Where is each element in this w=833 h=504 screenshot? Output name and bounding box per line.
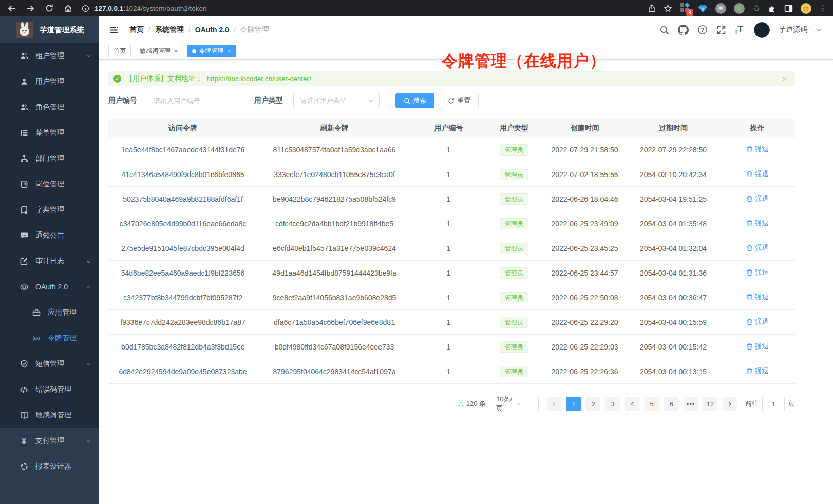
- sidebar-item-2[interactable]: 用户管理: [0, 69, 99, 94]
- share-icon[interactable]: [648, 4, 656, 12]
- users-icon: [19, 52, 29, 60]
- forward-icon[interactable]: [26, 4, 35, 13]
- sidebar-item-14[interactable]: 错误码管理: [0, 377, 99, 402]
- page-button-5[interactable]: 5: [645, 397, 659, 411]
- force-logout-button[interactable]: 强退: [746, 194, 769, 203]
- sidebar-item-13[interactable]: 短信管理: [0, 351, 99, 377]
- force-logout-button[interactable]: 强退: [746, 366, 769, 376]
- page-button-1[interactable]: 1: [566, 397, 581, 411]
- sidebar-item-15[interactable]: 敏感词管理: [0, 402, 99, 428]
- cell-user-type: 管理员: [486, 317, 542, 328]
- sidebar-item-7[interactable]: 字典管理: [0, 197, 99, 223]
- force-logout-button[interactable]: 强退: [746, 169, 769, 179]
- force-logout-button[interactable]: 强退: [746, 342, 769, 351]
- sidebar-item-10[interactable]: OAuth 2.0: [0, 274, 99, 300]
- search-button[interactable]: 搜索: [395, 93, 434, 108]
- cell-refresh-token: 333ecfc71e02480cb11055c875c3ca0f: [257, 170, 411, 179]
- site-info-icon[interactable]: [82, 5, 89, 12]
- close-icon[interactable]: ×: [782, 74, 787, 83]
- github-icon[interactable]: [678, 25, 689, 35]
- breadcrumb-item[interactable]: 系统管理: [155, 25, 184, 34]
- sidebar-item-11[interactable]: 应用管理: [0, 300, 99, 325]
- chevron-down-icon: [86, 53, 91, 59]
- sidebar-item-17[interactable]: 报表设计器: [0, 454, 99, 479]
- force-logout-button[interactable]: 强退: [746, 145, 769, 154]
- breadcrumb-item[interactable]: 首页: [129, 25, 144, 34]
- user-avatar[interactable]: [754, 22, 770, 38]
- home-icon[interactable]: [64, 4, 72, 13]
- sidebar-item-3[interactable]: 角色管理: [0, 94, 99, 120]
- url-path: :1024/system/oauth2/token: [123, 5, 206, 12]
- tab-3[interactable]: 令牌管理×: [187, 45, 237, 57]
- force-logout-button[interactable]: 强退: [746, 219, 769, 228]
- page-button-6[interactable]: 6: [664, 397, 678, 411]
- cell-access-token: 54d6be82ee5a460a9aedc1f9bf223656: [108, 269, 257, 277]
- page-more-button[interactable]: •••: [684, 397, 698, 411]
- sidebar-item-12[interactable]: A令牌管理: [0, 325, 99, 351]
- id-badge-icon: [19, 180, 29, 188]
- browser-menu-icon[interactable]: ⋮: [819, 4, 827, 13]
- force-logout-button[interactable]: 强退: [746, 243, 769, 253]
- sidebar-item-4[interactable]: 菜单管理: [0, 120, 99, 146]
- cell-expire-time: 2054-03-04 01:32:04: [627, 244, 720, 253]
- close-icon[interactable]: ×: [174, 48, 178, 54]
- force-logout-button[interactable]: 强退: [746, 293, 769, 302]
- chat-bubble-icon: [19, 231, 29, 240]
- force-logout-button[interactable]: 强退: [746, 268, 769, 277]
- url-bar[interactable]: 127.0.0.1:1024/system/oauth2/token: [82, 4, 648, 12]
- prev-page-button[interactable]: [547, 397, 561, 411]
- page-button-12[interactable]: 12: [703, 397, 717, 411]
- sidebar-item-9[interactable]: 审计日志: [0, 248, 99, 274]
- doc-link[interactable]: https://doc.iocoder.cn/user-center/: [207, 75, 311, 83]
- search-icon[interactable]: [659, 25, 669, 35]
- user-type-badge: 管理员: [500, 169, 528, 180]
- cell-created-time: 2022-07-29 21:58:50: [542, 146, 627, 154]
- sidebar-item-label: OAuth 2.0: [35, 283, 68, 291]
- breadcrumb-separator: /: [148, 26, 150, 34]
- breadcrumb-item[interactable]: OAuth 2.0: [195, 26, 229, 34]
- fullscreen-icon[interactable]: [716, 25, 726, 35]
- goto-page-input[interactable]: [762, 397, 785, 411]
- back-icon[interactable]: [7, 4, 16, 13]
- reset-button[interactable]: 重置: [440, 93, 479, 108]
- sidebar-item-5[interactable]: 部门管理: [0, 146, 99, 171]
- star-extension-icon[interactable]: ✩: [752, 4, 760, 13]
- profile-avatar-icon[interactable]: ☺: [801, 3, 811, 14]
- sidepanel-extension-icon[interactable]: [784, 4, 793, 13]
- puzzle-extension-icon[interactable]: [768, 4, 777, 13]
- url-host: 127.0.0.1: [94, 5, 123, 12]
- sidebar-collapse-icon[interactable]: [109, 26, 118, 34]
- cell-refresh-token: 9ce8ef2aa9f14056b831ae9b608e28d5: [257, 294, 411, 302]
- next-page-button[interactable]: [723, 397, 737, 411]
- page-button-4[interactable]: 4: [625, 397, 639, 411]
- force-logout-button[interactable]: 强退: [746, 317, 769, 326]
- user-type-select[interactable]: 请选择用户类型: [293, 93, 380, 108]
- tab-1[interactable]: 首页: [108, 45, 131, 57]
- user-name[interactable]: 芋道源码: [779, 25, 807, 34]
- refresh-icon[interactable]: [45, 4, 53, 12]
- chevron-down-icon[interactable]: [816, 27, 822, 33]
- tab-2[interactable]: 敏感词管理×: [135, 45, 183, 57]
- user-id-input[interactable]: [147, 93, 235, 108]
- dot-extension-icon[interactable]: [734, 3, 745, 14]
- sidebar-item-16[interactable]: ¥支付管理: [0, 428, 99, 454]
- page-button-2[interactable]: 2: [586, 397, 600, 411]
- sidebar-item-8[interactable]: 通知公告: [0, 223, 99, 248]
- sidebar-item-label: 支付管理: [35, 436, 64, 445]
- page-size-select[interactable]: 10条/页: [491, 397, 539, 411]
- gem-extension-icon[interactable]: [698, 4, 708, 13]
- sidebar-item-6[interactable]: 岗位管理: [0, 171, 99, 197]
- font-size-icon[interactable]: TT: [735, 25, 744, 35]
- close-icon[interactable]: ×: [228, 48, 232, 54]
- sidebar-item-label: 用户管理: [35, 77, 64, 86]
- sidebar-menu: 租户管理用户管理角色管理菜单管理部门管理岗位管理字典管理通知公告审计日志OAut…: [0, 43, 99, 504]
- logo-bar[interactable]: 芋道管理系统: [0, 16, 99, 43]
- cell-refresh-token: 811c530487574fa0af1a59d3abc1aa66: [257, 146, 411, 154]
- help-icon[interactable]: ?: [697, 25, 708, 35]
- page-button-3[interactable]: 3: [605, 397, 620, 411]
- sidebar-item-1[interactable]: 租户管理: [0, 43, 99, 69]
- extension-badge-icon[interactable]: 9: [680, 3, 690, 13]
- command-extension-icon[interactable]: ⌘: [715, 3, 726, 14]
- breadcrumb-item: 令牌管理: [240, 25, 269, 34]
- bookmark-star-icon[interactable]: [664, 4, 672, 13]
